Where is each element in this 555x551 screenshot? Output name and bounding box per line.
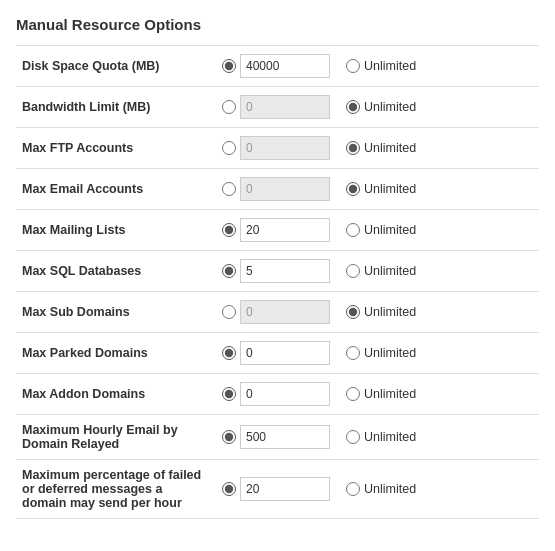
row-label-3: Max Email Accounts (16, 169, 216, 210)
text-input-8[interactable] (240, 382, 330, 406)
radio-unlimited-5[interactable] (346, 264, 360, 278)
radio-unlimited-0[interactable] (346, 59, 360, 73)
unlimited-label-2: Unlimited (364, 141, 416, 155)
row-label-10: Maximum percentage of failed or deferred… (16, 460, 216, 519)
text-input-3 (240, 177, 330, 201)
unlimited-label-0: Unlimited (364, 59, 416, 73)
text-input-4[interactable] (240, 218, 330, 242)
unlimited-label-1: Unlimited (364, 100, 416, 114)
text-input-7[interactable] (240, 341, 330, 365)
table-row: Max Parked DomainsUnlimited (16, 333, 539, 374)
row-input-cell-3: Unlimited (216, 169, 539, 210)
table-row: Maximum Hourly Email by Domain RelayedUn… (16, 415, 539, 460)
row-label-8: Max Addon Domains (16, 374, 216, 415)
text-input-5[interactable] (240, 259, 330, 283)
row-input-cell-10: Unlimited (216, 460, 539, 519)
radio-value-5[interactable] (222, 264, 236, 278)
radio-value-3[interactable] (222, 182, 236, 196)
unlimited-label-5: Unlimited (364, 264, 416, 278)
text-input-1 (240, 95, 330, 119)
unlimited-label-7: Unlimited (364, 346, 416, 360)
table-row: Max Addon DomainsUnlimited (16, 374, 539, 415)
row-input-cell-0: Unlimited (216, 46, 539, 87)
row-label-4: Max Mailing Lists (16, 210, 216, 251)
row-input-cell-5: Unlimited (216, 251, 539, 292)
manual-resource-options-container: Manual Resource Options Disk Space Quota… (0, 0, 555, 551)
radio-value-10[interactable] (222, 482, 236, 496)
radio-unlimited-4[interactable] (346, 223, 360, 237)
table-row: Max Email AccountsUnlimited (16, 169, 539, 210)
row-label-5: Max SQL Databases (16, 251, 216, 292)
table-row: Max Sub DomainsUnlimited (16, 292, 539, 333)
row-label-6: Max Sub Domains (16, 292, 216, 333)
radio-value-8[interactable] (222, 387, 236, 401)
text-input-2 (240, 136, 330, 160)
unlimited-label-10: Unlimited (364, 482, 416, 496)
text-input-6 (240, 300, 330, 324)
table-row: Maximum percentage of failed or deferred… (16, 460, 539, 519)
unlimited-label-4: Unlimited (364, 223, 416, 237)
radio-value-7[interactable] (222, 346, 236, 360)
row-label-7: Max Parked Domains (16, 333, 216, 374)
radio-unlimited-2[interactable] (346, 141, 360, 155)
unlimited-label-9: Unlimited (364, 430, 416, 444)
row-label-9: Maximum Hourly Email by Domain Relayed (16, 415, 216, 460)
table-row: Bandwidth Limit (MB)Unlimited (16, 87, 539, 128)
row-input-cell-2: Unlimited (216, 128, 539, 169)
unlimited-label-3: Unlimited (364, 182, 416, 196)
radio-unlimited-9[interactable] (346, 430, 360, 444)
section-title: Manual Resource Options (16, 16, 539, 33)
table-row: Disk Space Quota (MB)Unlimited (16, 46, 539, 87)
row-label-2: Max FTP Accounts (16, 128, 216, 169)
radio-value-9[interactable] (222, 430, 236, 444)
radio-unlimited-6[interactable] (346, 305, 360, 319)
table-row: Max FTP AccountsUnlimited (16, 128, 539, 169)
row-input-cell-7: Unlimited (216, 333, 539, 374)
row-label-1: Bandwidth Limit (MB) (16, 87, 216, 128)
radio-unlimited-8[interactable] (346, 387, 360, 401)
table-row: Max SQL DatabasesUnlimited (16, 251, 539, 292)
radio-value-2[interactable] (222, 141, 236, 155)
table-row: Max Mailing ListsUnlimited (16, 210, 539, 251)
row-input-cell-9: Unlimited (216, 415, 539, 460)
radio-unlimited-1[interactable] (346, 100, 360, 114)
text-input-9[interactable] (240, 425, 330, 449)
row-input-cell-1: Unlimited (216, 87, 539, 128)
radio-unlimited-10[interactable] (346, 482, 360, 496)
text-input-0[interactable] (240, 54, 330, 78)
radio-value-0[interactable] (222, 59, 236, 73)
radio-value-6[interactable] (222, 305, 236, 319)
row-input-cell-6: Unlimited (216, 292, 539, 333)
row-input-cell-4: Unlimited (216, 210, 539, 251)
unlimited-label-8: Unlimited (364, 387, 416, 401)
radio-value-4[interactable] (222, 223, 236, 237)
radio-unlimited-3[interactable] (346, 182, 360, 196)
options-table: Disk Space Quota (MB)UnlimitedBandwidth … (16, 45, 539, 519)
radio-value-1[interactable] (222, 100, 236, 114)
unlimited-label-6: Unlimited (364, 305, 416, 319)
row-input-cell-8: Unlimited (216, 374, 539, 415)
row-label-0: Disk Space Quota (MB) (16, 46, 216, 87)
text-input-10[interactable] (240, 477, 330, 501)
radio-unlimited-7[interactable] (346, 346, 360, 360)
